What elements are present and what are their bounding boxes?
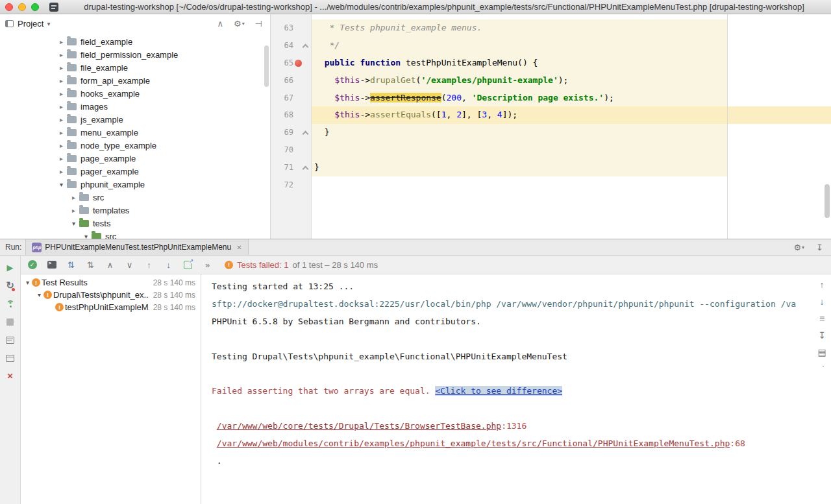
stop-button[interactable] [0, 313, 20, 330]
project-panel-title[interactable]: Project [18, 19, 43, 29]
chevron-right-icon[interactable] [57, 38, 66, 45]
sort-by-duration-button[interactable]: ⇅ [66, 260, 76, 270]
fold-icon[interactable] [303, 43, 309, 50]
show-passed-button[interactable]: ✓ [27, 260, 37, 269]
project-tree-item-images[interactable]: images [0, 100, 270, 113]
stacktrace-link[interactable]: /var/www/web/modules/contrib/examples/ph… [217, 438, 730, 448]
chevron-down-icon[interactable] [69, 220, 78, 227]
stacktrace-link[interactable]: /var/www/web/core/tests/Drupal/Tests/Bro… [217, 421, 501, 431]
close-tab-icon[interactable]: ✕ [236, 244, 242, 251]
rerun-button[interactable]: ▶ [0, 259, 20, 276]
chevron-right-icon[interactable] [57, 64, 66, 71]
line-number: 72 [284, 176, 293, 194]
chevron-right-icon[interactable] [57, 90, 66, 97]
test-tree-item[interactable]: !Drupal\Tests\phpunit_ex...28 s 140 ms [21, 289, 201, 301]
collapse-all-icon[interactable]: ∧ [217, 19, 223, 29]
project-item-label: field_permission_example [81, 50, 178, 60]
rerun-failed-tests-button[interactable]: ↻ [0, 277, 20, 294]
editor-line[interactable]: 63 * Tests phpunit_example menus. [271, 19, 831, 37]
editor-line[interactable]: 70 [271, 141, 831, 159]
chevron-right-icon[interactable] [57, 168, 66, 175]
chevron-right-icon[interactable] [69, 207, 78, 214]
editor-line[interactable]: 64 */ [271, 37, 831, 54]
project-tree-item-field_permission_example[interactable]: field_permission_example [0, 48, 270, 61]
project-item-label: file_example [81, 63, 128, 73]
chevron-right-icon[interactable] [57, 142, 66, 149]
chevron-down-icon[interactable] [82, 233, 90, 239]
expand-all-button[interactable]: ∧ [105, 260, 115, 270]
up-stack-trace-button[interactable]: ↑ [820, 280, 825, 290]
show-console-button[interactable] [47, 261, 56, 269]
test-tree-item[interactable]: !Test Results28 s 140 ms [21, 276, 201, 289]
editor-line[interactable]: 69 } [271, 124, 831, 141]
editor-lines: 63 * Tests phpunit_example menus.64 */65… [271, 19, 831, 194]
project-tree-item-form_api_example[interactable]: form_api_example [0, 74, 270, 87]
project-tree-item-page_example[interactable]: page_example [0, 152, 270, 165]
fold-icon[interactable] [303, 131, 309, 138]
project-tree-item-hooks_example[interactable]: hooks_example [0, 87, 270, 100]
open-in-editor-button[interactable] [183, 261, 193, 269]
project-tree-item-pager_example[interactable]: pager_example [0, 165, 270, 178]
chevron-down-icon[interactable] [35, 291, 43, 298]
chevron-down-icon[interactable]: ▾ [47, 20, 50, 27]
settings-gear-icon[interactable]: ⚙▾ [793, 243, 804, 252]
editor-line[interactable]: 71} [271, 159, 831, 176]
down-stack-trace-button[interactable]: ↓ [820, 296, 825, 307]
breakpoint-icon[interactable] [295, 60, 302, 67]
print-button[interactable]: ▤ [817, 347, 826, 357]
chevron-right-icon[interactable] [69, 194, 78, 201]
project-tree-item-file_example[interactable]: file_example [0, 61, 270, 74]
collapse-all-button[interactable]: ∨ [125, 260, 134, 270]
project-tree-item-js_example[interactable]: js_example [0, 113, 270, 126]
close-window-button[interactable] [5, 3, 13, 11]
scroll-to-end-button[interactable]: ↧ [818, 330, 826, 341]
project-scrollbar[interactable] [264, 35, 269, 230]
php-file-icon: php [32, 243, 42, 252]
editor-line[interactable]: 72 [271, 176, 831, 194]
editor-line[interactable]: 66 $this->drupalGet('/examples/phpunit-e… [271, 72, 831, 90]
sort-alphabetically-button[interactable]: ⇅ [86, 260, 95, 270]
dock-window-icon[interactable]: ↧ [816, 243, 823, 252]
status-detail-text: of 1 test – 28 s 140 ms [293, 260, 378, 270]
editor-scrollbar[interactable] [823, 14, 831, 239]
editor-line[interactable]: 68 $this->assertEquals([1, 2], [3, 4]); [271, 106, 831, 124]
chevron-down-icon[interactable] [57, 181, 66, 188]
soft-wrap-button[interactable]: ≡ [819, 313, 825, 324]
more-actions-button[interactable]: » [203, 260, 212, 270]
chevron-down-icon[interactable] [23, 279, 32, 286]
console-wrap[interactable]: Testing started at 13:25 ...sftp://docke… [201, 274, 813, 504]
editor-line[interactable]: 65 public function testPhpUnitExampleMen… [271, 54, 831, 72]
project-tree-item-menu_example[interactable]: menu_example [0, 126, 270, 139]
project-tree-item-field_example[interactable]: field_example [0, 35, 270, 48]
fold-icon[interactable] [303, 166, 309, 173]
toggle-auto-test-button[interactable] [0, 295, 20, 312]
project-tree-item-node_type_example[interactable]: node_type_example [0, 139, 270, 152]
editor-gutter-cell: 66 [271, 72, 312, 90]
chevron-right-icon[interactable] [57, 116, 66, 123]
project-tree-item-tests[interactable]: tests [0, 217, 270, 230]
editor-line[interactable]: 67 $this->assertResponse(200, 'Descripti… [271, 90, 831, 107]
chevron-right-icon[interactable] [57, 51, 66, 58]
close-run-panel-button[interactable]: ✕ [0, 368, 20, 385]
hide-panel-icon[interactable]: ⊣ [255, 19, 262, 29]
next-failed-test-button[interactable]: ↓ [164, 260, 173, 270]
project-tree-item-phpunit_example[interactable]: phpunit_example [0, 178, 270, 191]
previous-failed-test-button[interactable]: ↑ [144, 260, 154, 270]
editor[interactable]: 63 * Tests phpunit_example menus.64 */65… [271, 14, 831, 239]
show-passed-icon: ✓ [28, 260, 37, 269]
run-tab[interactable]: php PHPUnitExampleMenuTest.testPhpUnitEx… [25, 239, 248, 255]
project-tree-item-src[interactable]: src [0, 191, 270, 204]
restore-layout-button[interactable] [0, 331, 20, 348]
project-tree-item-src[interactable]: src [0, 230, 270, 239]
test-tree-item[interactable]: !testPhpUnitExampleM...28 s 140 ms [21, 301, 201, 313]
chevron-right-icon[interactable] [57, 155, 66, 162]
chevron-right-icon[interactable] [57, 103, 66, 110]
settings-gear-icon[interactable]: ⚙▾ [234, 19, 245, 29]
minimize-window-button[interactable] [18, 3, 26, 11]
chevron-right-icon[interactable] [57, 77, 66, 84]
chevron-right-icon[interactable] [57, 129, 66, 136]
zoom-window-button[interactable] [31, 3, 39, 11]
project-tree-item-templates[interactable]: templates [0, 204, 270, 217]
pin-tab-button[interactable] [0, 350, 20, 366]
view-difference-link[interactable]: <Click to see difference> [435, 386, 562, 396]
